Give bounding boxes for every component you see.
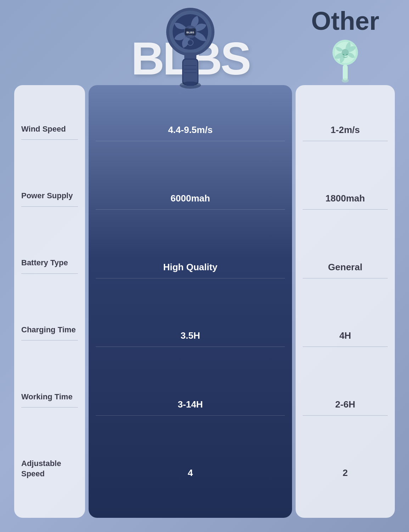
svg-rect-21 [343, 65, 348, 81]
label-power-supply: Power Supply [21, 191, 73, 201]
table-area: Wind Speed Power Supply Battery Type Cha… [14, 85, 395, 518]
blbs-value-adjustable-speed: 4 [188, 467, 193, 478]
label-battery-type: Battery Type [21, 258, 68, 268]
svg-point-19 [343, 54, 344, 55]
blbs-cell-power-supply: 6000mah [96, 188, 285, 210]
svg-point-20 [346, 54, 348, 55]
other-value-adjustable-speed: 2 [343, 467, 348, 478]
blbs-value-charging-time: 3.5H [181, 330, 200, 341]
other-cell-charging-time: 4H [303, 325, 388, 347]
label-cell-adjustable-speed: Adjustable Speed [21, 453, 78, 484]
blbs-col-header: BLBS BLBS [85, 7, 296, 85]
other-value-wind-speed: 1-2m/s [331, 124, 360, 135]
other-value-power-supply: 1800mah [325, 193, 365, 204]
other-data-column: 1-2m/s 1800mah General 4H 2-6H 2 [296, 85, 395, 518]
blbs-cell-charging-time: 3.5H [96, 325, 285, 347]
blbs-fan-container: BLBS [155, 4, 226, 92]
other-fan-icon [329, 39, 361, 85]
label-cell-charging-time: Charging Time [21, 320, 78, 341]
other-value-battery-type: General [328, 262, 363, 273]
svg-point-7 [187, 40, 193, 45]
main-container: BLBS BLBS [0, 0, 409, 532]
blbs-cell-working-time: 3-14H [96, 394, 285, 416]
other-cell-power-supply: 1800mah [303, 188, 388, 210]
label-charging-time: Charging Time [21, 325, 76, 335]
other-value-working-time: 2-6H [335, 399, 355, 410]
label-cell-working-time: Working Time [21, 387, 78, 408]
svg-text:BLBS: BLBS [186, 31, 194, 34]
blbs-cell-adjustable-speed: 4 [96, 462, 285, 484]
other-cell-wind-speed: 1-2m/s [303, 119, 388, 141]
label-column: Wind Speed Power Supply Battery Type Cha… [14, 85, 85, 518]
svg-rect-15 [186, 82, 195, 86]
label-cell-battery-type: Battery Type [21, 253, 78, 274]
blbs-cell-battery-type: High Quality [96, 256, 285, 278]
other-value-charging-time: 4H [339, 330, 351, 341]
svg-rect-10 [183, 60, 197, 84]
blbs-value-battery-type: High Quality [163, 262, 217, 273]
other-col-header: Other [296, 3, 395, 85]
blbs-data-column: 4.4-9.5m/s 6000mah High Quality 3.5H 3-1… [89, 85, 292, 518]
svg-point-18 [342, 49, 349, 56]
label-adjustable-speed: Adjustable Speed [21, 459, 78, 479]
svg-point-22 [342, 78, 349, 83]
label-working-time: Working Time [21, 392, 73, 402]
label-wind-speed: Wind Speed [21, 124, 66, 134]
blbs-cell-wind-speed: 4.4-9.5m/s [96, 119, 285, 141]
blbs-value-working-time: 3-14H [178, 399, 203, 410]
label-cell-wind-speed: Wind Speed [21, 119, 78, 140]
other-cell-adjustable-speed: 2 [303, 462, 388, 484]
blbs-value-power-supply: 6000mah [170, 193, 210, 204]
other-title: Other [311, 6, 379, 35]
blbs-fan-icon: BLBS [160, 7, 220, 92]
other-cell-working-time: 2-6H [303, 394, 388, 416]
other-cell-battery-type: General [303, 256, 388, 278]
header-area: BLBS BLBS [14, 7, 395, 85]
label-cell-power-supply: Power Supply [21, 185, 78, 207]
blbs-value-wind-speed: 4.4-9.5m/s [168, 124, 213, 135]
